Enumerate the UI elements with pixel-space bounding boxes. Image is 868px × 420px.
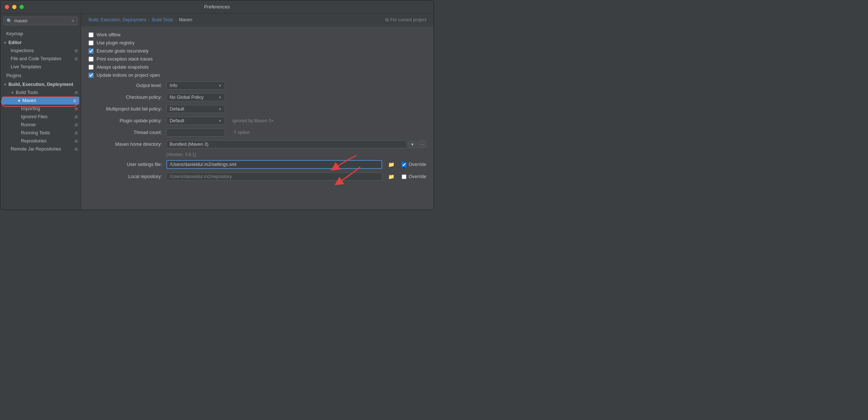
sidebar-item-running-tests[interactable]: Running Tests ⊞	[0, 129, 81, 137]
print-exception-label: Print exception stack traces	[97, 57, 153, 62]
work-offline-checkbox[interactable]	[88, 32, 94, 37]
plugin-update-dropdown[interactable]: Default ▼	[166, 117, 225, 125]
maven-home-dropdown-btn[interactable]: ▼	[408, 141, 416, 148]
output-level-label: Output level:	[88, 83, 162, 88]
thread-count-input[interactable]	[166, 128, 225, 137]
maven-home-value: Bundled (Maven 3)	[166, 140, 407, 148]
update-indices-checkbox[interactable]	[88, 73, 94, 78]
importing-icon: ⊞	[75, 106, 78, 111]
sidebar-item-build-exec[interactable]: ▼ Build, Execution, Deployment	[0, 80, 81, 88]
clear-icon[interactable]: ✕	[71, 19, 75, 23]
use-plugin-label: Use plugin registry	[97, 40, 135, 46]
inspections-label: Inspections	[11, 48, 34, 53]
ignored-files-icon: ⊞	[75, 115, 78, 119]
multiproject-policy-value: Default	[170, 106, 184, 112]
local-repo-row: Local repository: 📁 Override	[88, 173, 426, 181]
breadcrumb-build[interactable]: Build, Execution, Deployment	[88, 17, 146, 22]
local-repo-override: Override	[402, 174, 426, 179]
multiproject-policy-dropdown[interactable]: Default ▼	[166, 105, 225, 113]
repositories-icon: ⊞	[75, 139, 78, 144]
plugin-update-arrow: ▼	[218, 119, 222, 123]
local-repo-override-checkbox[interactable]	[402, 174, 406, 179]
plugin-update-note: ignored by Maven 3+	[232, 118, 274, 123]
main-layout: 🔍 ✕ Keymap ▼ Editor Inspections ⊞ File a…	[0, 14, 434, 210]
checksum-policy-arrow: ▼	[218, 95, 222, 99]
file-code-templates-icon: ⊞	[75, 57, 78, 61]
running-tests-label: Running Tests	[21, 130, 50, 135]
sidebar-item-maven[interactable]: ▼ Maven ⊞	[2, 97, 79, 105]
repositories-label: Repositories	[21, 138, 46, 144]
plugins-label: Plugins	[6, 73, 21, 78]
output-level-row: Output level: Info ▼	[88, 82, 426, 90]
user-settings-browse-btn[interactable]: 📁	[388, 162, 394, 167]
sidebar-item-keymap[interactable]: Keymap	[0, 30, 81, 38]
minimize-button[interactable]	[12, 5, 17, 9]
work-offline-label: Work offline	[97, 32, 121, 37]
build-exec-label: Build, Execution, Deployment	[8, 82, 73, 87]
sidebar-item-live-templates[interactable]: Live Templates	[0, 63, 81, 71]
always-update-checkbox[interactable]	[88, 65, 94, 70]
build-tools-triangle: ▼	[11, 91, 14, 95]
breadcrumb: Build, Execution, Deployment › Build Too…	[81, 14, 434, 26]
live-templates-label: Live Templates	[11, 64, 41, 69]
sidebar-item-build-tools[interactable]: ▼ Build Tools ⊞	[0, 88, 81, 97]
breadcrumb-sep1: ›	[148, 17, 150, 22]
local-repo-browse-btn[interactable]: 📁	[388, 174, 394, 180]
user-settings-override-label: Override	[409, 162, 426, 167]
execute-goals-checkbox[interactable]	[88, 48, 94, 54]
maven-home-browse-btn[interactable]: ···	[418, 141, 426, 148]
maximize-button[interactable]	[19, 5, 24, 9]
local-repo-input[interactable]	[166, 173, 382, 181]
maven-home-input-group: Bundled (Maven 3) ▼ ···	[166, 140, 426, 148]
content-area: Build, Execution, Deployment › Build Too…	[81, 14, 434, 210]
window-title: Preferences	[204, 4, 230, 10]
thread-count-note: -T option	[232, 130, 250, 135]
sidebar-item-ignored-files[interactable]: Ignored Files ⊞	[0, 113, 81, 121]
search-icon: 🔍	[7, 18, 12, 23]
checkbox-use-plugin: Use plugin registry	[88, 40, 426, 46]
sidebar-items: Keymap ▼ Editor Inspections ⊞ File and C…	[0, 28, 81, 210]
sidebar-item-file-code-templates[interactable]: File and Code Templates ⊞	[0, 55, 81, 63]
plugin-update-row: Plugin update policy: Default ▼ ignored …	[88, 117, 426, 125]
project-label: For current project	[390, 17, 426, 22]
print-exception-checkbox[interactable]	[88, 57, 94, 62]
multiproject-policy-row: Multiproject build fail policy: Default …	[88, 105, 426, 113]
maven-version: (Version: 3.6.1)	[88, 152, 426, 157]
thread-count-row: Thread count: -T option	[88, 128, 426, 137]
user-settings-input[interactable]	[166, 160, 382, 169]
maven-wrapper: ▼ Maven ⊞	[0, 97, 81, 105]
sidebar-item-runner[interactable]: Runner ⊞	[0, 121, 81, 129]
update-indices-label: Update indices on project open	[97, 73, 160, 78]
editor-label: Editor	[8, 40, 22, 45]
close-button[interactable]	[5, 5, 9, 9]
title-bar: Preferences	[0, 0, 434, 14]
output-level-value: Info	[170, 83, 177, 88]
output-level-dropdown[interactable]: Info ▼	[166, 82, 225, 90]
search-input[interactable]	[14, 18, 69, 23]
ignored-files-label: Ignored Files	[21, 114, 47, 119]
thread-count-label: Thread count:	[88, 130, 162, 135]
sidebar-item-editor[interactable]: ▼ Editor	[0, 38, 81, 47]
checksum-policy-value: No Global Policy	[170, 95, 203, 100]
runner-label: Runner	[21, 122, 36, 127]
keymap-label: Keymap	[6, 31, 23, 36]
execute-goals-label: Execute goals recursively	[97, 48, 149, 54]
search-box[interactable]: 🔍 ✕	[3, 17, 78, 25]
sidebar-item-inspections[interactable]: Inspections ⊞	[0, 47, 81, 55]
importing-label: Importing	[21, 106, 40, 111]
use-plugin-checkbox[interactable]	[88, 40, 94, 46]
checksum-policy-dropdown[interactable]: No Global Policy ▼	[166, 93, 225, 101]
breadcrumb-build-tools[interactable]: Build Tools	[152, 17, 173, 22]
breadcrumb-project: ⊞ For current project	[385, 17, 426, 22]
maven-label: Maven	[22, 98, 36, 103]
running-tests-icon: ⊞	[75, 131, 78, 135]
sidebar-item-remote-jar[interactable]: Remote Jar Repositories ⊞	[0, 145, 81, 153]
file-code-templates-label: File and Code Templates	[11, 56, 61, 61]
sidebar-item-plugins[interactable]: Plugins	[0, 71, 81, 80]
project-icon: ⊞	[385, 17, 389, 22]
sidebar-item-importing[interactable]: Importing ⊞	[0, 105, 81, 113]
sidebar-item-repositories[interactable]: Repositories ⊞	[0, 137, 81, 145]
checkbox-update-indices: Update indices on project open	[88, 73, 426, 78]
user-settings-override-checkbox[interactable]	[402, 162, 406, 167]
checkbox-work-offline: Work offline	[88, 32, 426, 37]
